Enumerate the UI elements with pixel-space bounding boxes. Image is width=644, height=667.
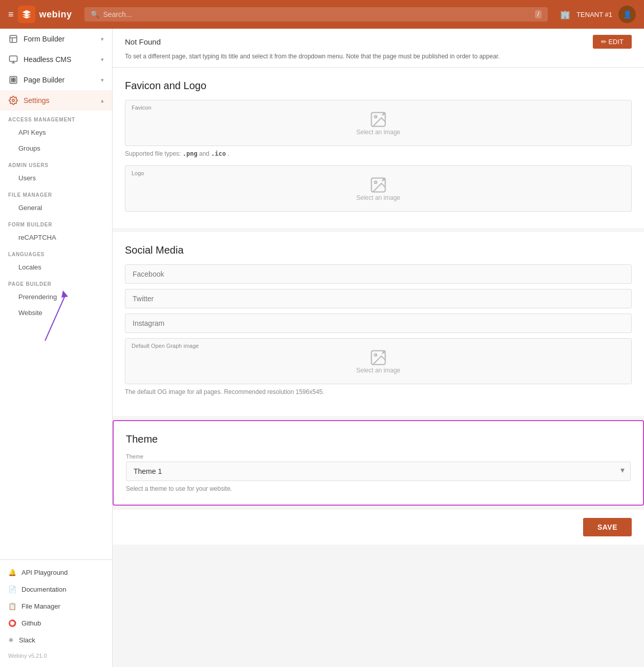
header-logo-area: ≡ webiny — [8, 6, 72, 23]
sidebar: Form Builder ▾ Headless CMS ▾ Page Build… — [0, 29, 113, 667]
section-label-admin: ADMIN USERS — [0, 156, 112, 170]
svg-point-15 — [375, 116, 377, 118]
form-builder-icon — [8, 34, 18, 44]
og-picker-text: Select an image — [356, 367, 400, 374]
section-label-form-builder: FORM BUILDER — [0, 216, 112, 230]
section-label-languages: LANGUAGES — [0, 245, 112, 259]
twitter-input[interactable] — [125, 289, 632, 308]
github-label: Github — [22, 619, 41, 627]
sidebar-item-recaptcha[interactable]: reCAPTCHA — [0, 230, 112, 245]
main-content: Not Found ✏ EDIT To set a different page… — [113, 29, 644, 667]
sidebar-item-prerendering[interactable]: Prerendering — [0, 289, 112, 305]
sidebar-item-headless-cms[interactable]: Headless CMS ▾ — [0, 49, 112, 70]
file-manager-icon: 📋 — [8, 602, 16, 610]
settings-label: Settings — [24, 96, 50, 105]
hamburger-icon[interactable]: ≡ — [8, 9, 14, 20]
sidebar-item-locales[interactable]: Locales — [0, 259, 112, 275]
favicon-picker[interactable]: Favicon Select an image — [125, 100, 632, 146]
instagram-input[interactable] — [125, 314, 632, 333]
not-found-row: Not Found ✏ EDIT — [125, 35, 632, 49]
search-shortcut: / — [535, 10, 542, 18]
sidebar-item-github[interactable]: ⭕ Github — [0, 615, 112, 632]
sidebar-item-users[interactable]: Users — [0, 170, 112, 186]
supported-text: Supported file types: .png and .ico . — [125, 150, 632, 157]
top-header: ≡ webiny 🔍 / 🏢 TENANT #1 👤 — [0, 0, 644, 29]
sidebar-item-general-file[interactable]: General — [0, 200, 112, 216]
save-button[interactable]: SAVE — [583, 518, 632, 536]
svg-rect-9 — [11, 80, 13, 82]
svg-rect-10 — [14, 80, 15, 82]
sidebar-item-api-keys[interactable]: API Keys — [0, 124, 112, 140]
svg-point-11 — [12, 99, 15, 102]
arrow-container: Website — [0, 305, 112, 321]
svg-rect-3 — [10, 56, 17, 61]
save-row: SAVE — [113, 510, 644, 545]
favicon-label: Favicon — [132, 105, 152, 111]
sidebar-item-api-playground[interactable]: 🔔 API Playground — [0, 564, 112, 581]
api-playground-icon: 🔔 — [8, 569, 16, 576]
favicon-logo-section: Favicon and Logo Favicon Select an image… — [113, 68, 644, 228]
sidebar-bottom: 🔔 API Playground 📄 Documentation 📋 File … — [0, 559, 112, 667]
content-inner: Not Found ✏ EDIT To set a different page… — [113, 29, 644, 667]
search-input[interactable] — [103, 10, 531, 18]
api-playground-label: API Playground — [22, 569, 68, 576]
header-right: 🏢 TENANT #1 👤 — [560, 6, 636, 23]
svg-point-19 — [375, 181, 377, 184]
headless-cms-chevron: ▾ — [101, 56, 104, 63]
sidebar-item-page-builder[interactable]: Page Builder ▾ — [0, 70, 112, 90]
theme-section: Theme Theme Theme 1 Theme 2 Theme 3 ▾ Se… — [113, 420, 644, 506]
sidebar-item-settings[interactable]: Settings ▴ — [0, 90, 112, 111]
favicon-image-icon — [369, 110, 388, 129]
favicon-picker-text: Select an image — [356, 129, 400, 136]
slack-label: Slack — [19, 636, 35, 644]
og-image-picker[interactable]: Default Open Graph image Select an image — [125, 338, 632, 384]
sidebar-item-website[interactable]: Website — [0, 305, 112, 321]
og-label: Default Open Graph image — [132, 343, 199, 349]
svg-point-23 — [375, 354, 377, 357]
sidebar-item-form-builder[interactable]: Form Builder ▾ — [0, 29, 112, 49]
tenant-icon: 🏢 — [560, 10, 570, 19]
logo-picker[interactable]: Logo Select an image — [125, 165, 632, 212]
sidebar-version: Webiny v5.21.0 — [0, 649, 112, 663]
theme-select[interactable]: Theme 1 Theme 2 Theme 3 — [126, 462, 631, 481]
og-help-text: The default OG image for all pages. Reco… — [125, 388, 632, 395]
file-manager-label: File Manager — [22, 602, 60, 610]
headless-cms-icon — [8, 54, 18, 65]
slack-icon: ✳ — [8, 636, 14, 644]
sidebar-item-slack[interactable]: ✳ Slack — [0, 632, 112, 649]
settings-icon — [8, 95, 18, 106]
section-label-file-manager: FILE MANAGER — [0, 186, 112, 200]
sidebar-item-groups[interactable]: Groups — [0, 140, 112, 156]
logo-picker-text: Select an image — [356, 194, 400, 201]
documentation-label: Documentation — [22, 586, 66, 593]
edit-button[interactable]: ✏ EDIT — [593, 35, 632, 49]
theme-select-label: Theme — [126, 453, 631, 460]
main-layout: Form Builder ▾ Headless CMS ▾ Page Build… — [0, 29, 644, 667]
svg-rect-0 — [10, 35, 17, 43]
favicon-logo-title: Favicon and Logo — [125, 80, 632, 92]
sidebar-item-file-manager-bottom[interactable]: 📋 File Manager — [0, 598, 112, 615]
facebook-input[interactable] — [125, 264, 632, 284]
logo-text: webiny — [39, 9, 72, 20]
form-builder-chevron: ▾ — [101, 36, 104, 43]
social-media-title: Social Media — [125, 244, 632, 256]
not-found-section: Not Found ✏ EDIT To set a different page… — [113, 29, 644, 68]
settings-chevron: ▴ — [101, 97, 104, 104]
avatar[interactable]: 👤 — [618, 6, 636, 23]
og-image-icon — [369, 348, 388, 367]
github-icon: ⭕ — [8, 619, 16, 627]
social-media-section: Social Media Default Open Graph image Se… — [113, 232, 644, 416]
documentation-icon: 📄 — [8, 586, 16, 593]
section-label-page-builder: PAGE BUILDER — [0, 275, 112, 289]
page-builder-label: Page Builder — [24, 76, 65, 84]
not-found-description: To set a different page, start typing it… — [125, 52, 632, 61]
sidebar-item-documentation[interactable]: 📄 Documentation — [0, 581, 112, 598]
search-icon: 🔍 — [91, 10, 99, 18]
svg-rect-7 — [11, 78, 13, 79]
search-bar[interactable]: 🔍 / — [84, 7, 548, 22]
headless-cms-label: Headless CMS — [24, 55, 71, 64]
page-builder-icon — [8, 75, 18, 85]
theme-help-text: Select a theme to use for your website. — [126, 485, 631, 492]
page-builder-chevron: ▾ — [101, 77, 104, 84]
logo-badge — [18, 6, 35, 23]
